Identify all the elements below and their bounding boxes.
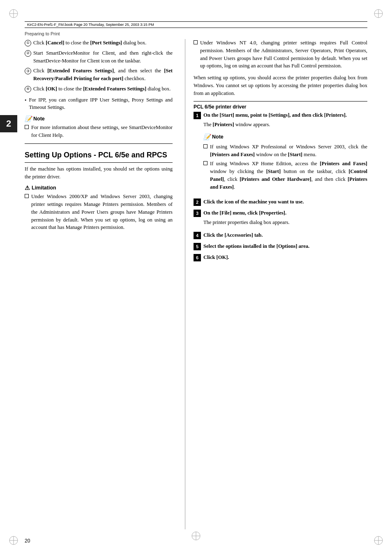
note-checkbox — [25, 125, 29, 129]
corner-mark-tl — [7, 7, 20, 20]
step-content-1: On the [Start] menu, point to [Settings]… — [203, 111, 367, 195]
note-item: For more information about these setting… — [25, 124, 173, 139]
step-num-4: 4 — [194, 232, 201, 239]
step-item-2: 2 Click the icon of the machine you want… — [194, 198, 367, 206]
corner-mark-bl — [7, 534, 20, 547]
options-intro: When setting up options, you should acce… — [194, 74, 367, 97]
bullet-list: • For IPP, you can configure IPP User Se… — [25, 96, 173, 112]
limitation-title: ⚠ Limitation — [25, 185, 173, 191]
page-number: 20 — [25, 538, 30, 544]
step1-note-checkbox-1 — [203, 144, 208, 148]
page: KirC2-EN-Pref1-F_FM.book Page 20 Thursda… — [0, 0, 392, 554]
nt-checkbox — [194, 40, 198, 44]
step-main-4: Click the [Accessories] tab. — [203, 232, 263, 238]
step-num-1: 1 — [194, 112, 201, 119]
step1-note-checkbox-2 — [203, 161, 208, 165]
section-heading: Setting Up Options - PCL 6/5e and RPCS — [25, 150, 173, 160]
divider-2 — [25, 162, 173, 163]
step-list: 1 On the [Start] menu, point to [Setting… — [194, 111, 367, 261]
bottom-center-mark — [190, 530, 202, 544]
circle-num-4: ④ — [25, 86, 31, 92]
step-sub-3: The printer properties dialog box appear… — [203, 219, 367, 226]
divider-right-1 — [194, 101, 367, 102]
step1-note-item-2: If using Windows XP Home Edition, access… — [203, 160, 367, 191]
circle-text-3: Click [Extended Features Settings], and … — [33, 67, 173, 83]
step-item-4: 4 Click the [Accessories] tab. — [194, 231, 367, 239]
step-content-4: Click the [Accessories] tab. — [203, 231, 367, 239]
limitation-text-1: Under Windows 2000/XP and Windows Server… — [31, 193, 173, 231]
step-main-2: Click the icon of the machine you want t… — [203, 199, 304, 205]
limitation-section: ⚠ Limitation Under Windows 2000/XP and W… — [25, 185, 173, 231]
step-num-2: 2 — [194, 199, 201, 206]
step1-note-item-1: If using Windows XP Professional or Wind… — [203, 143, 367, 159]
right-column: Under Windows NT 4.0, changing printer s… — [189, 39, 367, 529]
step-sub-1: The [Printers] window appears. — [203, 121, 367, 129]
limitation-icon: ⚠ — [25, 185, 30, 191]
circle-text-4: Click [OK] to close the [Extended Featur… — [33, 85, 173, 93]
section-heading-text: Setting Up Options - PCL 6/5e and RPCS — [25, 151, 167, 159]
step-content-3: On the [File] menu, click [Properties]. … — [203, 209, 367, 228]
note-items: For more information about these setting… — [25, 124, 173, 139]
circle-num-2: ② — [25, 50, 31, 57]
step-main-6: Click [OK]. — [203, 254, 229, 260]
nt-limitation-item: Under Windows NT 4.0, changing printer s… — [194, 39, 367, 70]
step-content-2: Click the icon of the machine you want t… — [203, 198, 367, 206]
note-section: 📝 Note For more information about these … — [25, 115, 173, 139]
intro-text: If the machine has options installed, yo… — [25, 165, 173, 181]
file-info-bar: KirC2-EN-Pref1-F_FM.book Page 20 Thursda… — [25, 21, 367, 28]
limitation-items: Under Windows 2000/XP and Windows Server… — [25, 193, 173, 231]
circle-num-1: ① — [25, 40, 31, 46]
step1-note-items: If using Windows XP Professional or Wind… — [203, 143, 367, 191]
limitation-label: Limitation — [32, 185, 56, 191]
nt-limitation-text: Under Windows NT 4.0, changing printer s… — [200, 39, 367, 70]
limitation-item-1: Under Windows 2000/XP and Windows Server… — [25, 193, 173, 231]
list-item: ④ Click [OK] to close the [Extended Feat… — [25, 85, 173, 93]
circle-list: ① Click [Cancel] to close the [Port Sett… — [25, 39, 173, 93]
circle-text-2: Start SmartDeviceMonitor for Client, and… — [33, 49, 173, 65]
step1-note-title: 📝 Note — [203, 133, 367, 141]
circle-text-1: Click [Cancel] to close the [Port Settin… — [33, 39, 173, 47]
list-item: ② Start SmartDeviceMonitor for Client, a… — [25, 49, 173, 65]
step1-note-text-2: If using Windows XP Home Edition, access… — [210, 160, 367, 191]
circle-num-3: ③ — [25, 68, 31, 74]
step1-note: 📝 Note If using Windows XP Professional … — [203, 133, 367, 191]
header-left: Preparing to Print — [25, 31, 60, 36]
nt-limitation: Under Windows NT 4.0, changing printer s… — [194, 39, 367, 70]
list-item: ③ Click [Extended Features Settings], an… — [25, 67, 173, 83]
bullet-text: For IPP, you can configure IPP User Sett… — [29, 96, 173, 112]
step-main-5: Select the options installed in the [Opt… — [203, 243, 309, 249]
column-divider — [185, 39, 185, 529]
list-item: ① Click [Cancel] to close the [Port Sett… — [25, 39, 173, 47]
corner-mark-br — [372, 534, 385, 547]
step-num-6: 6 — [194, 254, 201, 261]
note-label: Note — [33, 116, 45, 122]
list-item: • For IPP, you can configure IPP User Se… — [25, 96, 173, 112]
step-main-3: On the [File] menu, click [Properties]. — [203, 210, 286, 216]
step1-note-text-1: If using Windows XP Professional or Wind… — [210, 143, 367, 159]
step-num-3: 3 — [194, 210, 201, 217]
step1-note-icon: 📝 — [203, 133, 210, 141]
step1-note-label: Note — [212, 133, 224, 141]
corner-mark-tr — [372, 7, 385, 20]
step-item-3: 3 On the [File] menu, click [Properties]… — [194, 209, 367, 228]
note-icon: 📝 — [25, 115, 32, 122]
chapter-tab: 2 — [0, 115, 17, 132]
note-text: For more information about these setting… — [31, 124, 173, 139]
note-title: 📝 Note — [25, 115, 173, 122]
step-content-6: Click [OK]. — [203, 254, 367, 261]
step-main-1: On the [Start] menu, point to [Settings]… — [203, 112, 347, 118]
file-info-text: KirC2-EN-Pref1-F_FM.book Page 20 Thursda… — [27, 23, 154, 27]
content-area: ① Click [Cancel] to close the [Port Sett… — [25, 39, 367, 529]
divider-1 — [25, 143, 173, 144]
step-item-5: 5 Select the options installed in the [O… — [194, 242, 367, 250]
step-content-5: Select the options installed in the [Opt… — [203, 242, 367, 250]
chapter-number: 2 — [6, 118, 11, 129]
pcl-heading: PCL 6/5e printer driver — [194, 104, 367, 110]
left-column: ① Click [Cancel] to close the [Port Sett… — [25, 39, 181, 529]
step-item-1: 1 On the [Start] menu, point to [Setting… — [194, 111, 367, 195]
step-item-6: 6 Click [OK]. — [194, 254, 367, 261]
bullet-dot: • — [25, 97, 26, 104]
limitation-checkbox-1 — [25, 194, 29, 198]
page-header: Preparing to Print — [25, 30, 367, 36]
step-num-5: 5 — [194, 243, 201, 250]
